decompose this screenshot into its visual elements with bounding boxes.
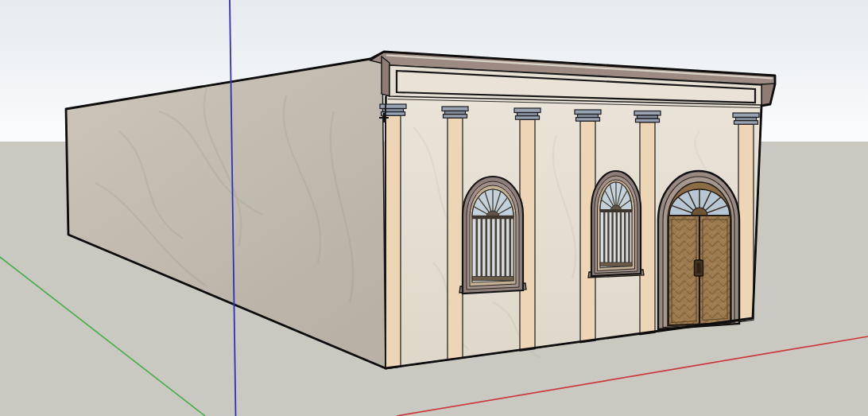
window-bottom-rail: [472, 277, 513, 281]
window-bottom-rail: [600, 262, 632, 266]
pilaster-capital[interactable]: [575, 110, 601, 115]
pilaster-shaft[interactable]: [738, 124, 754, 322]
entry-door[interactable]: [658, 171, 739, 329]
pilaster-capital[interactable]: [442, 107, 468, 111]
pilaster-capital[interactable]: [733, 113, 759, 118]
pilaster-capital[interactable]: [380, 104, 406, 109]
viewport-canvas[interactable]: [0, 0, 868, 416]
viewport[interactable]: [0, 0, 868, 416]
window-2[interactable]: [588, 171, 644, 278]
door-handle-plate: [697, 263, 701, 274]
cornice-left-return[interactable]: [382, 56, 389, 96]
window-mid-rail: [600, 209, 632, 212]
front-facade[interactable]: [370, 52, 775, 369]
pilaster-shaft[interactable]: [386, 115, 401, 369]
pilaster-capital[interactable]: [634, 111, 661, 116]
pilaster-shaft[interactable]: [448, 118, 463, 360]
window-mid-rail: [472, 216, 513, 220]
pilaster-shaft[interactable]: [640, 122, 655, 335]
pilaster-capital[interactable]: [514, 108, 541, 113]
window-1[interactable]: [459, 177, 526, 294]
